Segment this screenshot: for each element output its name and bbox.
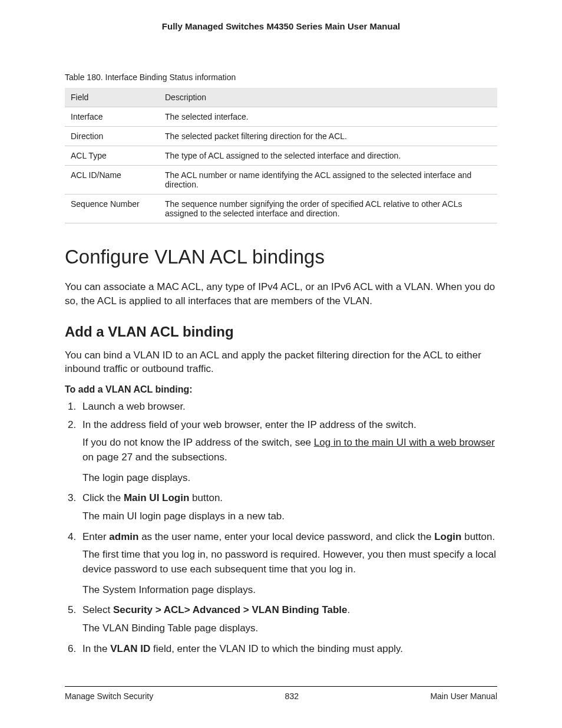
document-page: Fully Managed Switches M4350 Series Main…	[0, 0, 562, 728]
text: In the	[82, 643, 110, 654]
binding-status-table: Field Description Interface The selected…	[65, 88, 497, 223]
table-row: ACL ID/Name The ACL number or name ident…	[65, 166, 497, 195]
table-caption: Table 180. Interface Binding Status info…	[65, 73, 497, 82]
step-note: If you do not know the IP address of the…	[82, 436, 497, 465]
step-text: Launch a web browser.	[82, 401, 186, 412]
step-note: The login page displays.	[82, 471, 497, 486]
section-heading: Configure VLAN ACL bindings	[65, 246, 497, 268]
cell-field: ACL Type	[65, 146, 159, 166]
text: Click the	[82, 492, 124, 503]
text: button.	[189, 492, 223, 503]
cell-field: Interface	[65, 107, 159, 127]
ui-field-name: VLAN ID	[110, 643, 150, 654]
page-footer: Manage Switch Security 832 Main User Man…	[65, 686, 497, 701]
ui-path: Security > ACL> Advanced > VLAN Binding …	[113, 604, 348, 615]
text: on page 27 and the subsections.	[82, 452, 227, 463]
text: as the user name, enter your local devic…	[138, 531, 434, 542]
step-note: The first time that you log in, no passw…	[82, 548, 497, 577]
table-row: Interface The selected interface.	[65, 107, 497, 127]
ui-element-name: Login	[434, 531, 461, 542]
cell-description: The ACL number or name identifying the A…	[159, 166, 497, 195]
procedure-title: To add a VLAN ACL binding:	[65, 384, 497, 395]
procedure-steps: Launch a web browser. In the address fie…	[65, 400, 497, 656]
document-header: Fully Managed Switches M4350 Series Main…	[65, 21, 497, 31]
cross-reference-link[interactable]: Log in to the main UI with a web browser	[314, 437, 495, 448]
cell-field: Direction	[65, 127, 159, 146]
cell-description: The type of ACL assigned to the selected…	[159, 146, 497, 166]
subsection-intro: You can bind a VLAN ID to an ACL and app…	[65, 348, 497, 377]
table-row: Direction The selected packet filtering …	[65, 127, 497, 146]
step-2: In the address field of your web browser…	[79, 418, 497, 486]
cell-description: The selected packet filtering direction …	[159, 127, 497, 146]
step-note: The System Information page displays.	[82, 583, 497, 598]
section-intro: You can associate a MAC ACL, any type of…	[65, 280, 497, 308]
col-header-description: Description	[159, 88, 497, 107]
text: Enter	[82, 531, 109, 542]
step-6: In the VLAN ID field, enter the VLAN ID …	[79, 642, 497, 657]
text: Select	[82, 604, 113, 615]
cell-field: ACL ID/Name	[65, 166, 159, 195]
cell-description: The selected interface.	[159, 107, 497, 127]
subsection-heading: Add a VLAN ACL binding	[65, 324, 497, 340]
step-5: Select Security > ACL> Advanced > VLAN B…	[79, 603, 497, 635]
step-3: Click the Main UI Login button. The main…	[79, 491, 497, 523]
footer-left: Manage Switch Security	[65, 691, 153, 701]
table-row: ACL Type The type of ACL assigned to the…	[65, 146, 497, 166]
text: field, enter the VLAN ID to which the bi…	[150, 643, 403, 654]
text: button.	[461, 531, 495, 542]
step-text: In the address field of your web browser…	[82, 419, 416, 430]
table-row: Sequence Number The sequence number sign…	[65, 195, 497, 223]
cell-description: The sequence number signifying the order…	[159, 195, 497, 223]
ui-value: admin	[109, 531, 138, 542]
text: .	[348, 604, 351, 615]
table-header-row: Field Description	[65, 88, 497, 107]
ui-element-name: Main UI Login	[124, 492, 189, 503]
step-4: Enter admin as the user name, enter your…	[79, 530, 497, 598]
cell-field: Sequence Number	[65, 195, 159, 223]
footer-page-number: 832	[285, 691, 299, 701]
step-note: The main UI login page displays in a new…	[82, 509, 497, 524]
footer-right: Main User Manual	[430, 691, 497, 701]
step-note: The VLAN Binding Table page displays.	[82, 621, 497, 636]
text: If you do not know the IP address of the…	[82, 437, 314, 448]
step-1: Launch a web browser.	[79, 400, 497, 414]
col-header-field: Field	[65, 88, 159, 107]
